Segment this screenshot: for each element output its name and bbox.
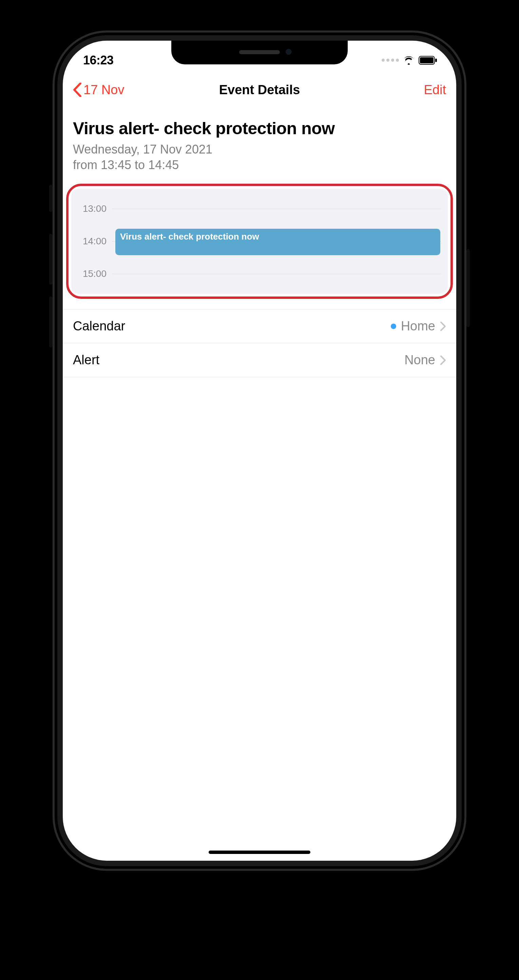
screen: 16:23 xyxy=(63,41,456,861)
speaker xyxy=(239,50,280,54)
calendar-color-dot-icon xyxy=(391,324,396,329)
event-date: Wednesday, 17 Nov 2021 xyxy=(63,142,456,157)
row-value: Home xyxy=(401,319,435,333)
row-label: Calendar xyxy=(73,319,125,333)
row-value-group: None xyxy=(404,353,446,368)
content: Virus alert- check protection now Wednes… xyxy=(63,108,456,861)
row-label: Alert xyxy=(73,353,99,368)
chevron-right-icon xyxy=(440,355,446,365)
chevron-right-icon xyxy=(440,321,446,331)
event-title: Virus alert- check protection now xyxy=(63,108,456,142)
chevron-left-icon xyxy=(73,83,82,97)
timeline-hour-label: 14:00 xyxy=(71,236,112,247)
home-indicator[interactable] xyxy=(209,851,310,854)
back-button[interactable]: 17 Nov xyxy=(73,83,124,97)
edit-button[interactable]: Edit xyxy=(424,83,446,97)
timeline-hour-label: 13:00 xyxy=(71,203,112,214)
svg-rect-2 xyxy=(435,59,437,62)
page-title: Event Details xyxy=(219,83,300,97)
svg-rect-1 xyxy=(420,57,434,64)
timeline-event-label: Virus alert- check protection now xyxy=(120,231,259,242)
front-camera xyxy=(284,48,293,56)
notch xyxy=(171,41,348,64)
event-time-range: from 13:45 to 14:45 xyxy=(63,157,456,181)
annotation-highlight: 13:00 14:00 15:00 Virus alert- chec xyxy=(66,184,453,299)
nav-bar: 17 Nov Event Details Edit xyxy=(63,75,456,105)
timeline-hour-label: 15:00 xyxy=(71,268,112,279)
settings-list: Calendar Home Alert None xyxy=(63,309,456,377)
row-value: None xyxy=(404,353,435,368)
row-value-group: Home xyxy=(391,319,446,333)
cell-signal-icon xyxy=(382,59,399,62)
battery-icon xyxy=(418,56,438,65)
timeline-event-block[interactable]: Virus alert- check protection now xyxy=(115,229,440,255)
calendar-row[interactable]: Calendar Home xyxy=(63,309,456,343)
status-time: 16:23 xyxy=(83,53,113,67)
wifi-icon xyxy=(403,56,415,65)
status-indicators xyxy=(382,56,438,65)
device-frame: 16:23 xyxy=(53,30,466,871)
back-label: 17 Nov xyxy=(83,83,124,97)
timeline-hour-row: 13:00 xyxy=(71,208,448,209)
timeline-preview[interactable]: 13:00 14:00 15:00 Virus alert- chec xyxy=(71,189,448,294)
timeline-hour-row: 15:00 xyxy=(71,274,448,274)
alert-row[interactable]: Alert None xyxy=(63,343,456,377)
